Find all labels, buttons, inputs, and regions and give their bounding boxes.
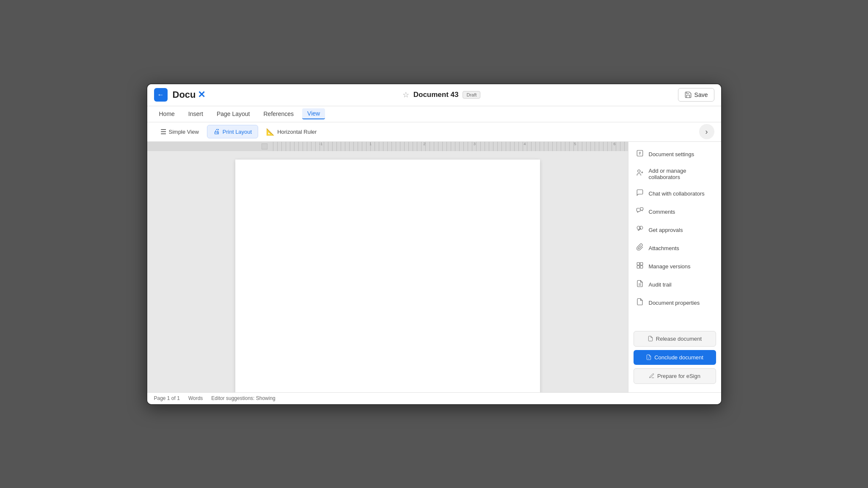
simple-view-label: Simple View — [169, 129, 199, 135]
panel-add-collaborators[interactable]: Add or manage collaborators — [628, 163, 721, 185]
panel-attachments[interactable]: Attachments — [628, 239, 721, 257]
ruler-mark-2: 1 — [369, 142, 372, 146]
svg-rect-7 — [640, 265, 642, 268]
panel-get-approvals-label: Get approvals — [649, 227, 683, 233]
panel-document-settings[interactable]: Document settings — [628, 145, 721, 163]
print-layout-icon: 🖨 — [213, 128, 220, 135]
toolbar-simple-view[interactable]: ☰ Simple View — [154, 125, 205, 139]
menu-item-view[interactable]: View — [302, 108, 325, 119]
save-label: Save — [694, 91, 708, 98]
logo-x: ✕ — [198, 89, 205, 100]
panel-audit-trail-label: Audit trail — [649, 281, 672, 288]
panel-divider — [628, 312, 721, 326]
panel-actions: Release document Conclude document — [628, 326, 721, 389]
release-document-label: Release document — [656, 336, 702, 342]
panel-document-properties-label: Document properties — [649, 300, 700, 306]
ruler-mark-4: 3 — [474, 142, 476, 146]
print-layout-label: Print Layout — [223, 129, 252, 135]
logo: Docu✕ — [173, 89, 205, 100]
right-panel: Document settings Add or manage collabor… — [628, 142, 721, 392]
editor-area: -1 1 2 3 4 5 6 — [147, 142, 628, 392]
prepare-esign-label: Prepare for eSign — [657, 373, 700, 379]
esign-icon — [649, 373, 655, 379]
ruler-mark-5: 4 — [524, 142, 526, 146]
add-collaborators-icon — [635, 169, 645, 179]
document-settings-icon — [635, 149, 645, 159]
ruler: -1 1 2 3 4 5 6 — [147, 142, 628, 151]
logo-text: Docu — [173, 89, 196, 100]
draft-badge: Draft — [463, 91, 480, 99]
panel-chat-collaborators-label: Chat with collaborators — [649, 190, 705, 197]
ruler-mark-7: 6 — [614, 142, 616, 146]
horizontal-ruler-label: Horizontal Ruler — [277, 129, 317, 135]
panel-document-settings-label: Document settings — [649, 151, 694, 157]
expand-button[interactable]: › — [699, 124, 714, 139]
editor-suggestions: Editor suggestions: Showing — [211, 395, 275, 401]
panel-chat-collaborators[interactable]: Chat with collaborators — [628, 185, 721, 203]
back-button[interactable]: ← — [154, 88, 168, 102]
menubar: Home Insert Page Layout References View — [147, 106, 721, 122]
panel-get-approvals[interactable]: Get approvals — [628, 221, 721, 239]
conclude-document-button[interactable]: Conclude document — [634, 350, 716, 365]
document-title: Document 43 — [413, 91, 459, 99]
document-page[interactable]: Control panel — [235, 160, 540, 392]
panel-add-collaborators-label: Add or manage collaborators — [649, 168, 714, 180]
audit-trail-icon — [635, 280, 645, 289]
ruler-mark-6: 5 — [574, 142, 576, 146]
menu-item-home[interactable]: Home — [154, 109, 180, 119]
menu-item-page-layout[interactable]: Page Layout — [212, 109, 255, 119]
release-icon — [648, 336, 653, 342]
main-content: -1 1 2 3 4 5 6 — [147, 142, 721, 392]
get-approvals-icon — [635, 225, 645, 235]
toolbar: ☰ Simple View 🖨 Print Layout 📐 Horizonta… — [147, 122, 721, 142]
attachments-icon — [635, 243, 645, 253]
svg-rect-6 — [637, 265, 639, 268]
svg-point-1 — [637, 170, 640, 172]
panel-manage-versions-label: Manage versions — [649, 263, 691, 270]
comments-icon — [635, 207, 645, 217]
ruler-mark-3: 2 — [423, 142, 425, 146]
star-icon[interactable]: ☆ — [402, 90, 409, 99]
menu-item-references[interactable]: References — [259, 109, 299, 119]
chat-collaborators-icon — [635, 189, 645, 199]
app-window: ← Docu✕ ☆ Document 43 Draft Save Home In… — [146, 83, 722, 405]
conclude-document-label: Conclude document — [654, 354, 703, 361]
manage-versions-icon — [635, 262, 645, 271]
document-scroll[interactable]: Control panel — [147, 151, 628, 392]
panel-manage-versions[interactable]: Manage versions — [628, 257, 721, 276]
conclude-icon — [646, 354, 652, 360]
ruler-mark-1: -1 — [319, 142, 322, 146]
prepare-esign-button[interactable]: Prepare for eSign — [634, 368, 716, 384]
header: ← Docu✕ ☆ Document 43 Draft Save — [147, 84, 721, 106]
panel-comments[interactable]: Comments — [628, 203, 721, 221]
panel-audit-trail[interactable]: Audit trail — [628, 276, 721, 294]
save-icon — [684, 91, 692, 99]
menu-item-insert[interactable]: Insert — [183, 109, 208, 119]
horizontal-ruler-icon: 📐 — [266, 128, 275, 136]
panel-document-properties[interactable]: Document properties — [628, 294, 721, 312]
ruler-bar: -1 1 2 3 4 5 6 — [269, 142, 628, 151]
statusbar: Page 1 of 1 Words Editor suggestions: Sh… — [147, 392, 721, 404]
page-info: Page 1 of 1 — [154, 395, 180, 401]
release-document-button[interactable]: Release document — [634, 331, 716, 347]
document-properties-icon — [635, 298, 645, 308]
toolbar-print-layout[interactable]: 🖨 Print Layout — [207, 125, 258, 138]
save-button[interactable]: Save — [678, 88, 714, 102]
svg-rect-4 — [637, 262, 639, 265]
simple-view-icon: ☰ — [160, 128, 166, 136]
panel-attachments-label: Attachments — [649, 245, 679, 251]
svg-rect-5 — [640, 262, 642, 265]
ruler-corner — [262, 143, 267, 149]
header-center: ☆ Document 43 Draft — [210, 90, 673, 99]
toolbar-horizontal-ruler[interactable]: 📐 Horizontal Ruler — [260, 125, 323, 139]
panel-comments-label: Comments — [649, 209, 675, 215]
words-label: Words — [188, 395, 203, 401]
